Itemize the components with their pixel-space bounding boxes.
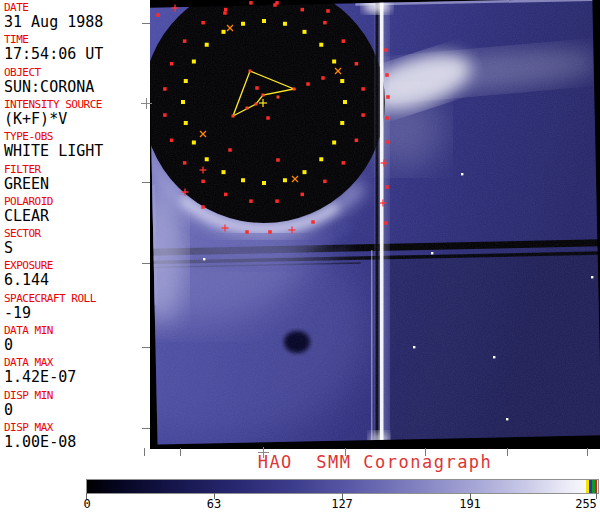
star-speckle	[493, 356, 495, 358]
field-value: (K+F)*V	[4, 111, 150, 127]
star-speckle	[431, 252, 433, 254]
star-speckle	[591, 276, 593, 278]
star-speckle	[203, 258, 205, 260]
metadata-field-date: DATE31 Aug 1988	[4, 2, 150, 30]
coronagraph-image	[150, 0, 600, 449]
axis-tick-left	[142, 23, 150, 24]
axis-tick-left	[142, 428, 150, 429]
metadata-field-disp-min: DISP MIN0	[4, 390, 150, 418]
field-value: SUN:CORONA	[4, 79, 150, 95]
intensity-colorbar	[86, 479, 599, 494]
axis-tick-left	[142, 182, 150, 183]
metadata-field-object: OBJECTSUN:CORONA	[4, 67, 150, 95]
axis-tick-left	[142, 347, 150, 348]
field-label: SPACECRAFT ROLL	[4, 293, 150, 304]
field-value: 31 Aug 1988	[4, 14, 150, 30]
field-label: INTENSITY SOURCE	[4, 99, 150, 110]
field-label: OBJECT	[4, 67, 150, 78]
field-value: 0	[4, 402, 150, 418]
metadata-field-spacecraft-roll: SPACECRAFT ROLL-19	[4, 293, 150, 321]
field-label: EXPOSURE	[4, 260, 150, 271]
star-speckle	[413, 346, 415, 348]
metadata-field-type-obs: TYPE-OBSWHITE LIGHT	[4, 131, 150, 159]
metadata-field-exposure: EXPOSURE6.144	[4, 260, 150, 288]
field-label: TYPE-OBS	[4, 131, 150, 142]
field-value: 1.00E-08	[4, 434, 150, 450]
field-label: FILTER	[4, 164, 150, 175]
field-label: DATE	[4, 2, 150, 13]
field-value: -19	[4, 305, 150, 321]
image-title: HAO SMM Coronagraph	[150, 452, 600, 472]
field-value: GREEN	[4, 176, 150, 192]
field-label: SECTOR	[4, 228, 150, 239]
coronagraph-scene	[150, 0, 600, 449]
colorbar-tick-label: 63	[207, 498, 221, 511]
sun-center-marker-left	[146, 98, 147, 109]
field-value: 6.144	[4, 272, 150, 288]
colorbar-tick-label: 191	[459, 498, 481, 511]
colorbar-tick-label: 255	[575, 498, 597, 511]
field-label: DISP MIN	[4, 390, 150, 401]
colorbar-glitch-red	[595, 480, 598, 493]
field-label: DATA MAX	[4, 357, 150, 368]
smm-coronagraph-viewer: DATE31 Aug 1988TIME17:54:06 UTOBJECTSUN:…	[0, 0, 600, 512]
field-value: 17:54:06 UT	[4, 46, 150, 62]
metadata-field-data-min: DATA MIN0	[4, 325, 150, 353]
grain-texture	[150, 0, 600, 449]
metadata-field-filter: FILTERGREEN	[4, 164, 150, 192]
field-label: TIME	[4, 34, 150, 45]
metadata-field-intensity-source: INTENSITY SOURCE(K+F)*V	[4, 99, 150, 127]
metadata-field-sector: SECTORS	[4, 228, 150, 256]
metadata-field-disp-max: DISP MAX1.00E-08	[4, 422, 150, 450]
field-label: DISP MAX	[4, 422, 150, 433]
colorbar-tick-label: 127	[331, 498, 353, 511]
field-value: 1.42E-07	[4, 369, 150, 385]
metadata-field-data-max: DATA MAX1.42E-07	[4, 357, 150, 385]
field-value: CLEAR	[4, 208, 150, 224]
star-speckle	[461, 173, 463, 175]
colorbar-tick-label: 0	[83, 498, 90, 511]
axis-tick-left	[142, 263, 150, 264]
field-value: S	[4, 240, 150, 256]
field-value: WHITE LIGHT	[4, 143, 150, 159]
metadata-field-time: TIME17:54:06 UT	[4, 34, 150, 62]
field-value: 0	[4, 337, 150, 353]
field-label: DATA MIN	[4, 325, 150, 336]
axis-tick-bottom	[144, 448, 145, 456]
star-speckle	[506, 418, 508, 420]
metadata-field-polaroid: POLAROIDCLEAR	[4, 196, 150, 224]
metadata-panel: DATE31 Aug 1988TIME17:54:06 UTOBJECTSUN:…	[0, 0, 150, 450]
field-label: POLAROID	[4, 196, 150, 207]
